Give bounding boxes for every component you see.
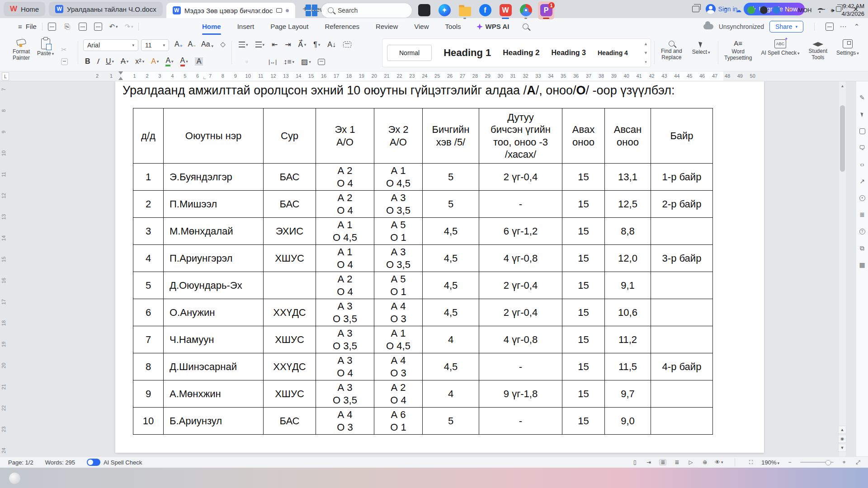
table-cell[interactable]: 9 үг-1,8 xyxy=(479,380,562,408)
table-cell[interactable]: ХШУС xyxy=(264,245,316,272)
first-line-indent-marker[interactable] xyxy=(118,71,123,75)
share-arrow-icon[interactable]: ↗ xyxy=(859,178,866,185)
text-effects-button[interactable]: A▾ xyxy=(151,57,159,66)
table-header-cell[interactable]: Байр xyxy=(651,108,713,164)
align-center-button[interactable] xyxy=(245,61,248,63)
table-cell[interactable]: А 3 О 3,5 xyxy=(316,326,374,353)
taskbar-app-notepad[interactable] xyxy=(416,1,432,19)
table-cell[interactable] xyxy=(651,326,713,353)
gallery-up-button[interactable]: ▲ xyxy=(644,42,648,46)
search-icon[interactable] xyxy=(523,23,528,29)
file-menu[interactable]: ≡ File xyxy=(18,23,37,30)
print-preview-button[interactable] xyxy=(94,23,102,31)
tab-tools[interactable]: Tools xyxy=(437,18,469,35)
table-cell[interactable]: Э.Буяндэлгэр xyxy=(164,164,264,191)
table-cell[interactable]: ХХҮДС xyxy=(264,353,316,380)
table-cell[interactable]: П.Ариунгэрэл xyxy=(164,245,264,272)
table-cell[interactable]: А.Мөнхжин xyxy=(164,380,264,408)
copy-panel-icon[interactable]: ⧉ xyxy=(859,244,866,252)
char-shading-button[interactable]: A xyxy=(195,57,203,66)
table-cell[interactable]: 12,5 xyxy=(605,191,651,218)
table-header-cell[interactable]: Эх 2 А/О xyxy=(374,108,423,164)
grid-panel-icon[interactable]: ▦ xyxy=(859,261,866,268)
table-cell[interactable]: 5 xyxy=(423,408,479,435)
decrease-indent-button[interactable]: ⇤ xyxy=(272,40,278,49)
code-icon[interactable]: ‹› xyxy=(859,161,866,168)
edit-pencil-icon[interactable]: ✎ xyxy=(859,94,866,101)
table-cell[interactable]: 1-р байр xyxy=(651,164,713,191)
tray-green-app-icon[interactable] xyxy=(747,6,755,14)
tab-wps-ai[interactable]: WPS AI xyxy=(469,23,517,30)
wifi-icon[interactable] xyxy=(816,8,824,13)
table-header-cell[interactable]: Бичгийн хэв /5/ xyxy=(423,108,479,164)
tray-blue-app-icon[interactable] xyxy=(773,6,780,14)
word-typesetting-button[interactable]: A≡ Word Typesetting xyxy=(724,39,752,71)
table-cell[interactable]: 15 xyxy=(562,299,605,326)
table-cell[interactable]: М.Мөнхдалай xyxy=(164,218,264,245)
table-cell[interactable]: 12,0 xyxy=(605,245,651,272)
table-cell[interactable]: БАС xyxy=(264,164,316,191)
clear-format-button[interactable]: ◇ xyxy=(219,40,227,48)
table-cell[interactable]: ХХҮДС xyxy=(264,299,316,326)
student-tools-button[interactable]: Student Tools xyxy=(809,39,827,71)
strikethrough-button[interactable]: A▾ xyxy=(121,57,128,66)
zoom-out-button[interactable]: − xyxy=(786,459,793,465)
table-cell[interactable]: 15 xyxy=(562,353,605,380)
zoom-slider[interactable] xyxy=(800,462,834,463)
text-frame-icon[interactable] xyxy=(343,42,351,47)
table-cell[interactable]: А 5 О 1 xyxy=(374,272,423,299)
table-cell[interactable]: А 6 О 1 xyxy=(374,408,423,435)
table-cell[interactable]: ЭХИС xyxy=(264,218,316,245)
table-cell[interactable]: 10 xyxy=(133,408,164,435)
table-cell[interactable]: - xyxy=(479,408,562,435)
style-normal[interactable]: Normal xyxy=(387,45,432,61)
copy-button[interactable] xyxy=(61,58,68,65)
table-cell[interactable]: 11,5 xyxy=(605,353,651,380)
select-cursor-icon[interactable] xyxy=(859,111,866,118)
print-button[interactable] xyxy=(79,23,87,31)
ai-spell-check-toggle[interactable]: AI Spell Check xyxy=(87,459,142,466)
ai-spell-check-button[interactable]: ABC AI Spell Check▾ xyxy=(761,39,799,71)
table-cell[interactable]: 2 үг-0,4 xyxy=(479,299,562,326)
table-cell[interactable] xyxy=(264,272,316,299)
table-cell[interactable]: 4,5 xyxy=(423,218,479,245)
document-title-text[interactable]: Уралдаанд амжилттай оролцсон эхний 10 ою… xyxy=(123,84,755,98)
word-count[interactable]: Words: 295 xyxy=(45,459,75,466)
table-cell[interactable]: А 4 О 3 xyxy=(316,408,374,435)
results-table[interactable]: д/дОюутны нэрСурЭх 1 А/ОЭх 2 А/ОБичгийн … xyxy=(133,108,713,435)
table-cell[interactable]: А 2 О 4 xyxy=(316,164,374,191)
table-cell[interactable]: А 4 О 3 xyxy=(374,353,423,380)
table-cell[interactable]: 8 xyxy=(133,353,164,380)
hanging-indent-marker[interactable] xyxy=(118,77,123,80)
table-cell[interactable]: 15 xyxy=(562,326,605,353)
new-window-button[interactable] xyxy=(826,23,834,31)
table-cell[interactable]: 4,5 xyxy=(423,299,479,326)
table-cell[interactable]: А 1 О 4 xyxy=(316,245,374,272)
zoom-in-button[interactable]: + xyxy=(840,459,848,465)
table-cell[interactable]: ХШУС xyxy=(264,326,316,353)
text-direction-button[interactable]: Ꭺ⃗▾ xyxy=(298,41,306,49)
help-icon[interactable]: ? xyxy=(859,228,866,235)
table-cell[interactable]: А 3 О 3,5 xyxy=(374,245,423,272)
table-header-cell[interactable]: Авсан оноо xyxy=(605,108,651,164)
document-page[interactable]: Уралдаанд амжилттай оролцсон эхний 10 ою… xyxy=(115,81,764,453)
eye-preferences-button[interactable]: 👁▾ xyxy=(715,459,722,465)
line-spacing-button[interactable]: ↕≡▾ xyxy=(283,58,294,66)
table-cell[interactable]: - xyxy=(479,353,562,380)
table-cell[interactable]: 4 үг-0,8 xyxy=(479,245,562,272)
highlight-color-button[interactable]: A▾ xyxy=(165,56,173,66)
find-replace-button[interactable]: Find and Replace xyxy=(661,39,682,71)
style-heading-4[interactable]: Heading 4 xyxy=(598,49,628,56)
table-cell[interactable]: А 1 О 4,5 xyxy=(374,326,423,353)
table-cell[interactable]: 4 xyxy=(423,326,479,353)
table-cell[interactable]: 3-р байр xyxy=(651,245,713,272)
table-cell[interactable]: А 2 О 4 xyxy=(374,380,423,408)
vertical-scrollbar[interactable]: ▲ xyxy=(839,81,846,456)
tab-page-layout[interactable]: Page Layout xyxy=(262,18,316,35)
scrollbar-thumb[interactable] xyxy=(840,105,845,172)
taskbar-clock[interactable]: 9:42 AM 4/3/2026 xyxy=(841,3,864,18)
table-cell[interactable]: 15 xyxy=(562,408,605,435)
table-cell[interactable]: 2 үг-0,4 xyxy=(479,164,562,191)
settings-button[interactable]: Settings▾ xyxy=(836,39,859,71)
font-color-button[interactable]: A▾ xyxy=(180,56,188,66)
